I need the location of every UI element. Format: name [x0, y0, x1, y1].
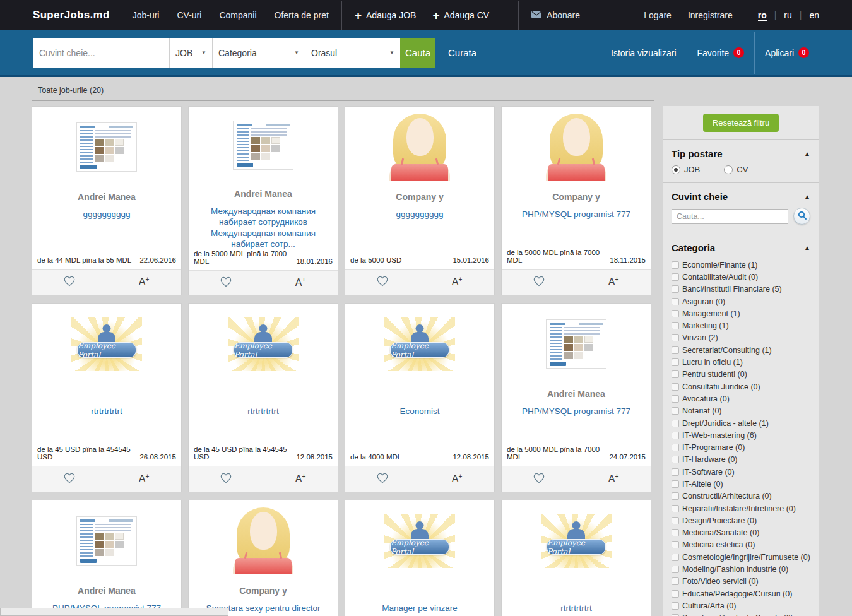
nav-pricing[interactable]: Oferta de pret — [275, 10, 329, 20]
nav-companies[interactable]: Companii — [219, 10, 256, 20]
favorite-button[interactable] — [189, 271, 263, 295]
site-logo[interactable]: SuperJobs.md — [33, 9, 110, 21]
job-title-link[interactable]: Manager pe vinzare — [345, 603, 494, 614]
job-title-link[interactable]: Международная компания набирает сотрудни… — [189, 206, 338, 250]
job-thumbnail[interactable]: Employee Portal — [32, 304, 181, 384]
job-title-link[interactable]: gggggggggg — [345, 209, 494, 220]
job-thumbnail[interactable]: Employee Portal — [502, 107, 651, 187]
register-link[interactable]: Inregistrare — [688, 10, 733, 20]
category-checkbox-item[interactable]: Marketing (1) — [672, 319, 810, 331]
collapse-icon[interactable]: ▲ — [804, 244, 810, 251]
keyword-search-button[interactable] — [793, 208, 810, 225]
category-checkbox-item[interactable]: IT-Software (0) — [672, 466, 810, 478]
add-cv-button[interactable]: + Adauga CV — [432, 9, 489, 21]
collapse-icon[interactable]: ▲ — [804, 150, 810, 157]
favorite-button[interactable] — [345, 270, 420, 295]
job-thumbnail[interactable]: Employee Portal — [345, 107, 494, 187]
job-title-link[interactable]: gggggggggg — [32, 209, 181, 220]
job-title-link[interactable]: PHP/MYSQL programist 777 — [502, 209, 651, 220]
category-checkbox-item[interactable]: Medicina estetica (0) — [672, 539, 810, 551]
category-select[interactable]: Categoria ▼ — [212, 38, 305, 68]
apply-button[interactable]: A+ — [263, 466, 338, 492]
job-thumbnail[interactable]: Employee Portal — [345, 500, 494, 581]
clear-search-link[interactable]: Curata — [448, 47, 476, 58]
add-job-button[interactable]: + Adauga JOB — [355, 9, 417, 21]
type-select[interactable]: JOB ▼ — [169, 38, 212, 68]
apply-button[interactable]: A+ — [420, 466, 494, 492]
nav-jobs[interactable]: Job-uri — [133, 10, 160, 20]
city-select[interactable]: Orasul ▼ — [305, 38, 400, 68]
favorite-button[interactable] — [345, 466, 420, 492]
category-checkbox-item[interactable]: Drept/Juridica - altele (1) — [672, 417, 810, 429]
lang-ro[interactable]: ro — [758, 10, 767, 21]
category-checkbox-item[interactable]: IT-Web-mastering (6) — [672, 429, 810, 441]
category-checkbox-item[interactable]: Lucru in oficiu (1) — [672, 356, 810, 368]
job-title-link[interactable]: rtrtrtrtrtrt — [32, 406, 181, 417]
category-checkbox-item[interactable]: Design/Proiectare (0) — [672, 514, 810, 526]
reset-filter-button[interactable]: Resetează filtru — [703, 114, 779, 132]
category-checkbox-item[interactable]: Notariat (0) — [672, 405, 810, 417]
lang-ru[interactable]: ru — [784, 10, 791, 20]
category-checkbox-item[interactable]: Contabilitate/Audit (0) — [672, 271, 810, 283]
subscribe-button[interactable]: Abonare — [531, 10, 580, 20]
favorite-button[interactable] — [502, 466, 576, 492]
job-thumbnail[interactable]: Employee Portal — [189, 107, 338, 184]
category-checkbox-item[interactable]: Pentru studenti (0) — [672, 369, 810, 381]
favorite-button[interactable] — [502, 270, 576, 295]
nav-cvs[interactable]: CV-uri — [177, 10, 201, 20]
job-thumbnail[interactable]: Employee Portal — [189, 304, 338, 384]
horizontal-scrollbar[interactable] — [0, 608, 228, 616]
apply-button[interactable]: A+ — [420, 270, 494, 295]
apply-button[interactable]: A+ — [107, 466, 181, 492]
job-thumbnail[interactable]: Employee Portal — [189, 500, 338, 581]
favorite-button[interactable] — [189, 466, 263, 492]
keyword-filter-input[interactable] — [672, 209, 788, 224]
view-history-link[interactable]: Istoria vizualizari — [601, 30, 686, 76]
category-checkbox-item[interactable]: IT-Altele (0) — [672, 478, 810, 490]
job-thumbnail[interactable]: Employee Portal — [32, 500, 181, 581]
category-checkbox-item[interactable]: Asigurari (0) — [672, 295, 810, 307]
search-button[interactable]: Cauta — [400, 38, 435, 68]
apply-button[interactable]: A+ — [576, 270, 651, 295]
job-title-link[interactable]: rtrtrtrtrtrt — [502, 603, 651, 614]
category-checkbox-item[interactable]: Modeling/Fashion industrie (0) — [672, 563, 810, 575]
category-checkbox-item[interactable]: Banci/Institutii Financiare (5) — [672, 283, 810, 295]
category-checkbox-item[interactable]: Medicina/Sanatate (0) — [672, 527, 810, 539]
apply-button[interactable]: A+ — [263, 271, 338, 295]
category-checkbox-item[interactable]: Educatie/Pedagogie/Cursuri (0) — [672, 588, 810, 600]
applications-link[interactable]: Aplicari 0 — [755, 30, 819, 76]
job-thumbnail[interactable]: Employee Portal — [502, 304, 651, 384]
heart-icon — [533, 275, 545, 289]
category-checkbox-item[interactable]: Reparatii/Instalare/Intretinere (0) — [672, 502, 810, 514]
category-checkbox-item[interactable]: Vinzari (2) — [672, 332, 810, 344]
category-checkbox-item[interactable]: Economie/Finante (1) — [672, 259, 810, 271]
job-thumbnail[interactable]: Employee Portal — [502, 500, 651, 581]
search-input[interactable] — [33, 38, 169, 68]
category-checkbox-item[interactable]: Avocatura (0) — [672, 393, 810, 405]
category-checkbox-item[interactable]: Sociologie/Asistenta Sociala (0) — [672, 612, 810, 616]
category-checkbox-item[interactable]: IT-Programare (0) — [672, 441, 810, 453]
job-thumbnail[interactable]: Employee Portal — [32, 107, 181, 187]
job-title-link[interactable]: rtrtrtrtrtrt — [189, 406, 338, 417]
category-checkbox-item[interactable]: Consultatii Juridice (0) — [672, 381, 810, 393]
radio-cv[interactable]: CV — [724, 165, 748, 174]
category-checkbox-item[interactable]: Cosmetologie/Ingrijire/Frumusete (0) — [672, 551, 810, 563]
category-checkbox-item[interactable]: Management (1) — [672, 307, 810, 319]
favorites-link[interactable]: Favorite 0 — [687, 30, 755, 76]
category-checkbox-item[interactable]: Cultura/Arta (0) — [672, 600, 810, 612]
category-checkbox-item[interactable]: Foto/Video servicii (0) — [672, 576, 810, 588]
login-link[interactable]: Logare — [644, 10, 672, 20]
favorite-button[interactable] — [32, 466, 107, 492]
lang-en[interactable]: en — [809, 10, 819, 20]
category-checkbox-item[interactable]: IT-Hardware (0) — [672, 454, 810, 466]
job-thumbnail[interactable]: Employee Portal — [345, 304, 494, 384]
favorite-button[interactable] — [32, 270, 107, 295]
collapse-icon[interactable]: ▲ — [804, 193, 810, 200]
apply-button[interactable]: A+ — [576, 466, 651, 492]
category-checkbox-item[interactable]: Constructii/Arhitectura (0) — [672, 490, 810, 502]
job-title-link[interactable]: PHP/MYSQL programist 777 — [502, 406, 651, 417]
job-title-link[interactable]: Economist — [345, 406, 494, 417]
category-checkbox-item[interactable]: Secretariat/Consulting (1) — [672, 344, 810, 356]
apply-button[interactable]: A+ — [107, 270, 181, 295]
radio-job[interactable]: JOB — [672, 165, 700, 174]
